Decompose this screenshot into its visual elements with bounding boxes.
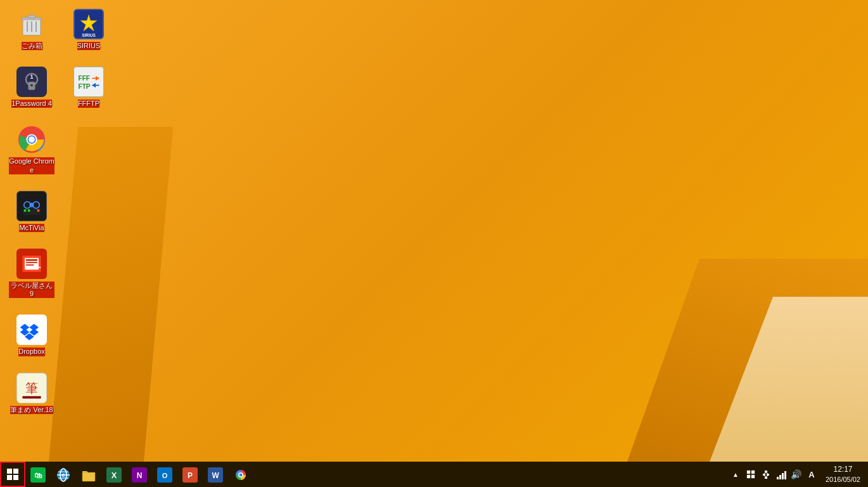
taskbar-app-ie[interactable]: e bbox=[51, 462, 76, 487]
dropbox-label: Dropbox bbox=[18, 347, 45, 356]
label-ya-icon bbox=[16, 249, 47, 279]
mctivia-label: McTiVia bbox=[19, 224, 44, 232]
onenote-icon: N bbox=[132, 467, 147, 483]
sirius-label: SIRIUS bbox=[77, 42, 101, 50]
powerpoint-icon: P bbox=[182, 467, 198, 483]
desktop: ごみ箱 1 1Password 4 bbox=[0, 0, 868, 462]
ffftp-icon: FFF FTP bbox=[73, 67, 104, 97]
desktop-icon-1password[interactable]: 1 1Password 4 bbox=[6, 64, 57, 110]
svg-rect-62 bbox=[82, 472, 95, 481]
taskbar-time: 12:17 bbox=[833, 465, 852, 475]
svg-rect-24 bbox=[28, 209, 30, 212]
svg-line-86 bbox=[764, 476, 766, 477]
fumamame-label: 筆まめ Ver.18 bbox=[10, 406, 53, 414]
start-button[interactable] bbox=[0, 462, 25, 487]
svg-rect-2 bbox=[29, 15, 35, 18]
svg-point-18 bbox=[29, 137, 35, 143]
svg-point-22 bbox=[30, 203, 34, 207]
svg-rect-53 bbox=[13, 475, 18, 480]
desktop-icon-fumamame[interactable]: 筆 筆まめ Ver.18 bbox=[6, 370, 57, 417]
tray-volume-icon[interactable]: 🔊 bbox=[790, 468, 803, 481]
svg-line-85 bbox=[766, 472, 768, 474]
tray-network-icon[interactable] bbox=[760, 468, 772, 481]
excel-icon: X bbox=[106, 467, 122, 483]
1password-label: 1Password 4 bbox=[11, 100, 52, 108]
svg-text:W: W bbox=[212, 471, 219, 480]
taskbar: 🛍 e bbox=[0, 462, 868, 487]
svg-rect-30 bbox=[26, 264, 34, 266]
taskbar-app-outlook[interactable]: O bbox=[152, 462, 177, 487]
svg-text:O: O bbox=[162, 472, 168, 479]
svg-rect-82 bbox=[767, 474, 769, 476]
tray-signal-icon[interactable] bbox=[775, 468, 788, 481]
svg-rect-77 bbox=[751, 471, 755, 474]
svg-text:N: N bbox=[137, 471, 143, 480]
svg-rect-28 bbox=[26, 259, 37, 261]
label-ya-label: ラベル屋さん9 bbox=[9, 282, 54, 298]
taskbar-app-excel[interactable]: X bbox=[101, 462, 127, 487]
sirius-icon: SIRIUS bbox=[73, 9, 104, 39]
svg-text:1: 1 bbox=[30, 74, 33, 80]
tray-expand-button[interactable]: ▲ bbox=[729, 468, 742, 481]
store-icon: 🛍 bbox=[30, 467, 46, 483]
ie-icon: e bbox=[56, 467, 71, 483]
svg-rect-76 bbox=[747, 471, 750, 474]
word-icon: W bbox=[208, 467, 223, 483]
svg-text:FTP: FTP bbox=[79, 83, 91, 90]
svg-point-8 bbox=[30, 84, 33, 87]
recycle-bin-icon bbox=[16, 9, 47, 39]
svg-rect-80 bbox=[765, 471, 767, 472]
chrome-icon bbox=[16, 124, 47, 155]
svg-text:🛍: 🛍 bbox=[34, 471, 42, 480]
outlook-icon: O bbox=[157, 467, 172, 483]
svg-line-84 bbox=[764, 472, 766, 474]
svg-text:FFF: FFF bbox=[79, 75, 90, 82]
chrome-label: Google Chrome bbox=[9, 157, 54, 174]
taskbar-date: 2016/05/02 bbox=[826, 475, 860, 484]
svg-rect-89 bbox=[779, 475, 781, 479]
bg-shape-left bbox=[49, 127, 173, 462]
taskbar-app-word[interactable]: W bbox=[203, 462, 228, 487]
taskbar-chrome-icon bbox=[233, 467, 248, 483]
svg-text:e: e bbox=[61, 472, 65, 478]
svg-text:P: P bbox=[188, 471, 193, 480]
svg-rect-25 bbox=[37, 209, 40, 212]
svg-text:筆: 筆 bbox=[25, 381, 38, 395]
ffftp-label: FFFTP bbox=[78, 100, 99, 108]
svg-rect-29 bbox=[26, 262, 37, 263]
fumamame-icon: 筆 bbox=[16, 373, 47, 403]
taskbar-app-store[interactable]: 🛍 bbox=[25, 462, 51, 487]
desktop-icon-google-chrome[interactable]: Google Chrome bbox=[6, 122, 57, 176]
svg-rect-52 bbox=[7, 475, 12, 480]
tray-windows-icon[interactable] bbox=[744, 468, 757, 481]
taskbar-app-onenote[interactable]: N bbox=[127, 462, 152, 487]
svg-text:X: X bbox=[112, 471, 117, 480]
svg-rect-81 bbox=[763, 474, 765, 476]
taskbar-app-chrome[interactable] bbox=[228, 462, 253, 487]
desktop-icon-label-ya[interactable]: ラベル屋さん9 bbox=[6, 246, 57, 301]
svg-point-75 bbox=[239, 474, 243, 477]
taskbar-tray-area: ▲ bbox=[729, 462, 868, 487]
svg-rect-90 bbox=[782, 473, 784, 479]
desktop-icon-mctivia[interactable]: McTiVia bbox=[6, 188, 57, 235]
dropbox-icon bbox=[16, 315, 47, 345]
desktop-icon-ffftp[interactable]: FFF FTP FFFTP bbox=[63, 64, 114, 110]
1password-icon: 1 bbox=[16, 67, 47, 97]
svg-rect-23 bbox=[24, 209, 27, 212]
svg-text:SIRIUS: SIRIUS bbox=[82, 33, 96, 37]
taskbar-apps: 🛍 e bbox=[25, 462, 729, 487]
explorer-icon bbox=[81, 467, 96, 483]
svg-rect-51 bbox=[13, 469, 18, 474]
desktop-icon-dropbox[interactable]: Dropbox bbox=[6, 312, 57, 358]
svg-rect-39 bbox=[22, 396, 41, 398]
desktop-icon-recycle-bin[interactable]: ごみ箱 bbox=[6, 6, 57, 53]
svg-line-87 bbox=[766, 476, 768, 477]
taskbar-clock[interactable]: 12:17 2016/05/02 bbox=[820, 462, 865, 487]
svg-rect-83 bbox=[765, 477, 767, 479]
tray-ime-icon[interactable]: A bbox=[805, 468, 818, 481]
svg-rect-88 bbox=[777, 477, 779, 479]
svg-rect-91 bbox=[784, 471, 786, 479]
taskbar-app-powerpoint[interactable]: P bbox=[177, 462, 203, 487]
desktop-icon-sirius[interactable]: SIRIUS SIRIUS bbox=[63, 6, 114, 53]
taskbar-app-explorer[interactable] bbox=[76, 462, 101, 487]
